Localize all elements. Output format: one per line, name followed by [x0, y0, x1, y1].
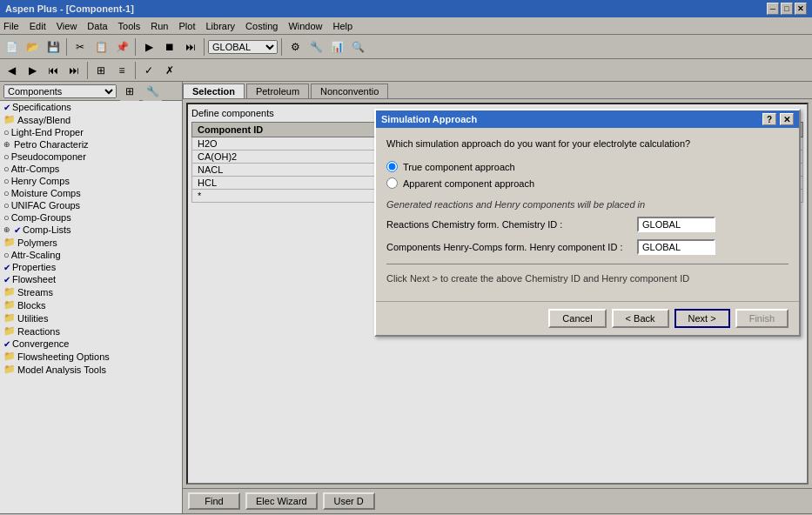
field-label-henry: Components Henry-Comps form. Henry compo…	[386, 242, 630, 252]
dialog-overlay: Simulation Approach ? ✕ Which simulation…	[0, 0, 812, 515]
field-label-reactions: Reactions Chemistry form. Chemistry ID :	[386, 219, 630, 230]
radio-true-component-input[interactable]	[386, 161, 398, 172]
section-generated-label: Generated reactions and Henry components…	[386, 199, 789, 210]
radio-true-component[interactable]: True component approach	[386, 161, 789, 172]
dialog-question: Which simulation approach do you want fo…	[386, 138, 789, 149]
radio-apparent-component-input[interactable]	[386, 177, 398, 189]
dialog-footer: Cancel < Back Next > Finish	[376, 301, 799, 335]
next-button[interactable]: Next >	[674, 309, 730, 328]
back-button[interactable]: < Back	[612, 309, 669, 328]
finish-button[interactable]: Finish	[735, 309, 789, 328]
dialog-title-bar: Simulation Approach ? ✕	[376, 110, 799, 128]
cancel-button[interactable]: Cancel	[548, 309, 606, 328]
dialog-separator	[386, 264, 789, 264]
dialog-hint: Click Next > to create the above Chemist…	[386, 273, 789, 284]
dialog-body: Which simulation approach do you want fo…	[376, 128, 799, 301]
field-row-reactions: Reactions Chemistry form. Chemistry ID :	[386, 217, 789, 232]
dialog-help-btn[interactable]: ?	[762, 113, 776, 125]
radio-apparent-label: Apparent component approach	[403, 178, 534, 189]
field-row-henry: Components Henry-Comps form. Henry compo…	[386, 239, 789, 255]
radio-apparent-component[interactable]: Apparent component approach	[386, 177, 789, 189]
radio-true-label: True component approach	[403, 162, 515, 172]
simulation-approach-dialog: Simulation Approach ? ✕ Which simulation…	[374, 109, 801, 337]
dialog-title-text: Simulation Approach	[381, 114, 477, 124]
dialog-close-btn[interactable]: ✕	[780, 113, 794, 125]
henry-component-id-input[interactable]	[637, 239, 715, 255]
reactions-chemistry-id-input[interactable]	[637, 217, 715, 232]
